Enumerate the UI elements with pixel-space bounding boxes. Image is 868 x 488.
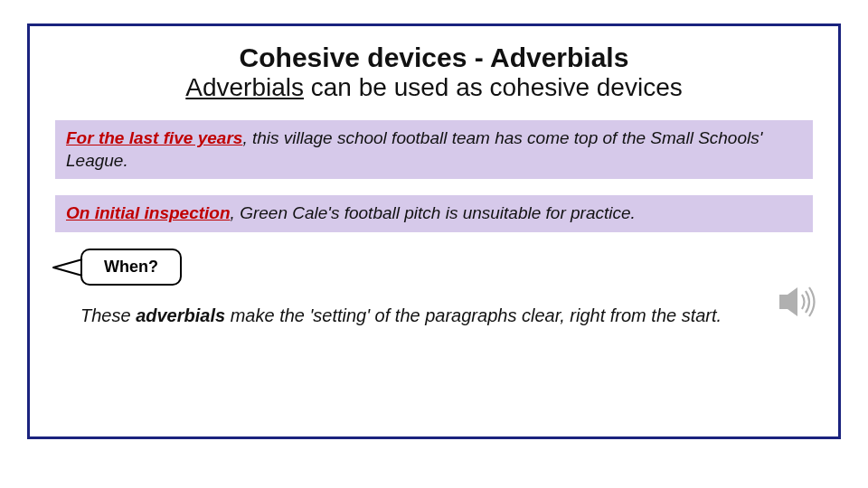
svg-rect-0 — [779, 295, 788, 309]
slide-title: Cohesive devices - Adverbials — [55, 42, 813, 73]
footnote-pre: These — [80, 305, 136, 325]
example-box-1: For the last five years, this village sc… — [55, 120, 813, 179]
callout-tail-icon — [52, 258, 84, 277]
callout-when: When? — [80, 249, 182, 286]
footnote-strong: adverbials — [136, 305, 225, 325]
adverbial-1: For the last five years — [66, 128, 242, 147]
footnote-post: make the 'setting' of the paragraphs cle… — [225, 305, 722, 325]
slide-subtitle: Adverbials can be used as cohesive devic… — [55, 73, 813, 102]
example-box-2: On initial inspection, Green Cale's foot… — [55, 195, 813, 232]
callout-row: When? — [80, 249, 813, 286]
footnote: These adverbials make the 'setting' of t… — [80, 305, 813, 326]
subtitle-rest: can be used as cohesive devices — [304, 73, 683, 101]
subtitle-underlined: Adverbials — [185, 73, 304, 101]
slide-frame: Cohesive devices - Adverbials Adverbials… — [27, 23, 841, 439]
callout-label: When? — [104, 258, 158, 276]
sound-icon[interactable] — [778, 284, 819, 320]
svg-marker-1 — [788, 287, 797, 316]
adverbial-2: On initial inspection — [66, 203, 231, 222]
example-2-rest: , Green Cale's football pitch is unsuita… — [231, 203, 636, 222]
